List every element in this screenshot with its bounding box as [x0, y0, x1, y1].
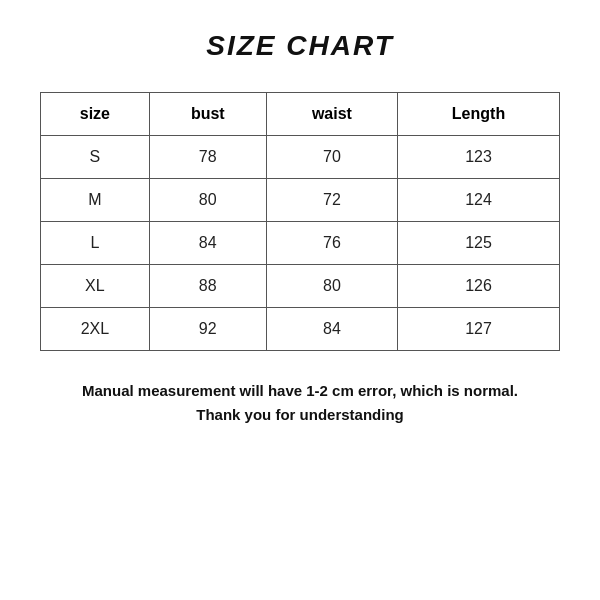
table-row: M8072124 — [41, 179, 560, 222]
table-cell: 124 — [398, 179, 560, 222]
table-row: XL8880126 — [41, 265, 560, 308]
table-row: L8476125 — [41, 222, 560, 265]
table-cell: 70 — [266, 136, 397, 179]
footer-note: Manual measurement will have 1-2 cm erro… — [80, 379, 520, 427]
table-cell: 84 — [149, 222, 266, 265]
table-body: S7870123M8072124L8476125XL88801262XL9284… — [41, 136, 560, 351]
table-row: S7870123 — [41, 136, 560, 179]
table-cell: 84 — [266, 308, 397, 351]
table-cell: XL — [41, 265, 150, 308]
table-cell: 88 — [149, 265, 266, 308]
table-header: sizebustwaistLength — [41, 93, 560, 136]
column-header: waist — [266, 93, 397, 136]
page-title: SIZE CHART — [206, 30, 394, 62]
table-cell: 127 — [398, 308, 560, 351]
table-cell: 2XL — [41, 308, 150, 351]
column-header: bust — [149, 93, 266, 136]
table-cell: 80 — [266, 265, 397, 308]
table-cell: M — [41, 179, 150, 222]
column-header: Length — [398, 93, 560, 136]
table-cell: 125 — [398, 222, 560, 265]
table-cell: 76 — [266, 222, 397, 265]
header-row: sizebustwaistLength — [41, 93, 560, 136]
table-cell: L — [41, 222, 150, 265]
table-cell: 123 — [398, 136, 560, 179]
table-cell: S — [41, 136, 150, 179]
table-cell: 92 — [149, 308, 266, 351]
table-cell: 78 — [149, 136, 266, 179]
size-chart-table: sizebustwaistLength S7870123M8072124L847… — [40, 92, 560, 351]
table-row: 2XL9284127 — [41, 308, 560, 351]
column-header: size — [41, 93, 150, 136]
table-cell: 72 — [266, 179, 397, 222]
table-cell: 126 — [398, 265, 560, 308]
table-cell: 80 — [149, 179, 266, 222]
